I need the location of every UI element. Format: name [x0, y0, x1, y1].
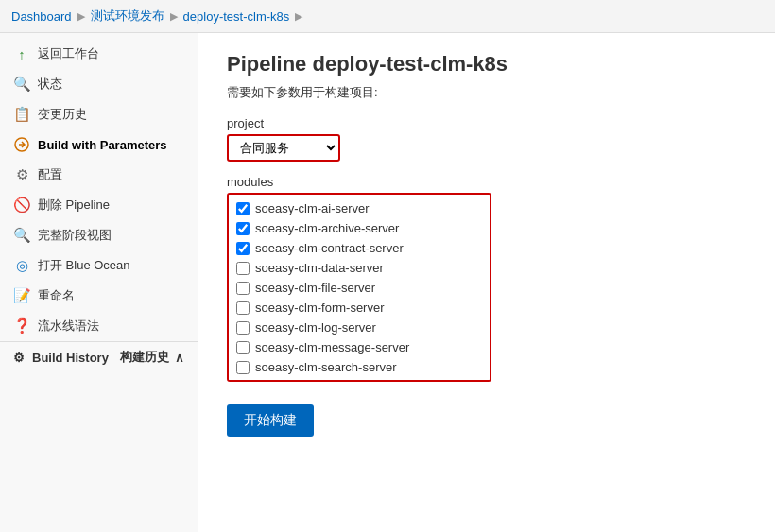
sidebar-label-pipeline-syntax: 流水线语法	[38, 317, 99, 335]
search-icon-status: 🔍	[13, 76, 30, 93]
build-params-icon	[13, 136, 30, 153]
breadcrumb-sep-2: ▶	[170, 10, 178, 23]
module-name-0: soeasy-clm-ai-server	[255, 201, 370, 215]
sidebar-item-back-workspace[interactable]: ↑ 返回工作台	[0, 39, 198, 69]
sidebar-label-blue-ocean: 打开 Blue Ocean	[38, 257, 130, 274]
module-checkbox-4[interactable]	[236, 282, 250, 295]
sidebar-label-full-stage: 完整阶段视图	[38, 227, 112, 244]
sidebar-label-rename: 重命名	[38, 287, 75, 304]
project-label: project	[227, 116, 747, 130]
module-checkbox-3[interactable]	[236, 262, 250, 275]
module-item: soeasy-clm-contract-server	[229, 238, 490, 258]
module-item: soeasy-clm-search-server	[229, 357, 490, 377]
gear-icon: ⚙	[13, 166, 30, 183]
build-button[interactable]: 开始构建	[227, 404, 314, 437]
module-item: soeasy-clm-ai-server	[229, 198, 490, 218]
sidebar-item-build-with-params[interactable]: Build with Parameters	[0, 129, 198, 160]
module-checkbox-7[interactable]	[236, 341, 250, 354]
sidebar: ↑ 返回工作台 🔍 状态 📋 变更历史 Build with Parameter…	[0, 33, 198, 532]
back-icon: ↑	[13, 45, 30, 62]
modules-form-group: modules soeasy-clm-ai-serversoeasy-clm-a…	[227, 175, 747, 382]
breadcrumb: Dashboard ▶ 测试环境发布 ▶ deploy-test-clm-k8s…	[0, 0, 775, 33]
sidebar-item-rename[interactable]: 📝 重命名	[0, 281, 198, 311]
sidebar-item-delete-pipeline[interactable]: 🚫 删除 Pipeline	[0, 190, 198, 220]
main-layout: ↑ 返回工作台 🔍 状态 📋 变更历史 Build with Parameter…	[0, 33, 775, 532]
sidebar-label-config: 配置	[38, 166, 62, 183]
module-checkbox-5[interactable]	[236, 301, 250, 315]
module-checkbox-8[interactable]	[236, 361, 250, 374]
module-item: soeasy-clm-archive-server	[229, 218, 490, 238]
module-checkbox-2[interactable]	[236, 242, 250, 255]
clipboard-icon: 📋	[13, 106, 30, 123]
sidebar-item-change-history[interactable]: 📋 变更历史	[0, 99, 198, 129]
breadcrumb-sep-3: ▶	[295, 10, 302, 23]
module-name-2: soeasy-clm-contract-server	[255, 241, 404, 255]
sidebar-label-build-with-params: Build with Parameters	[38, 138, 167, 152]
breadcrumb-dashboard[interactable]: Dashboard	[11, 9, 72, 24]
module-checkbox-6[interactable]	[236, 321, 250, 335]
module-name-1: soeasy-clm-archive-server	[255, 221, 399, 235]
module-name-8: soeasy-clm-search-server	[255, 360, 397, 374]
module-name-4: soeasy-clm-file-server	[255, 281, 375, 295]
module-item: soeasy-clm-form-server	[229, 298, 490, 317]
module-name-6: soeasy-clm-log-server	[255, 320, 376, 335]
blue-ocean-icon: ◎	[13, 257, 30, 274]
breadcrumb-pipeline[interactable]: deploy-test-clm-k8s	[183, 9, 290, 24]
module-item: soeasy-clm-file-server	[229, 278, 490, 298]
page-subtitle: 需要如下参数用于构建项目:	[227, 84, 747, 101]
sidebar-footer-build-history[interactable]: ⚙ Build History 构建历史 ∧	[0, 341, 198, 372]
chevron-up-icon: ∧	[175, 351, 184, 365]
sidebar-label-status: 状态	[38, 76, 62, 93]
module-checkbox-0[interactable]	[236, 202, 250, 215]
module-item: soeasy-clm-data-server	[229, 258, 490, 278]
page-title: Pipeline deploy-test-clm-k8s	[227, 52, 747, 77]
sidebar-item-pipeline-syntax[interactable]: ❓ 流水线语法	[0, 311, 198, 341]
build-history-cn-label: 构建历史	[120, 349, 169, 366]
sidebar-label-change-history: 变更历史	[38, 106, 87, 123]
help-icon: ❓	[13, 317, 30, 335]
project-select[interactable]: 合同服务 其他服务 核心服务	[227, 134, 340, 162]
module-name-3: soeasy-clm-data-server	[255, 261, 384, 275]
breadcrumb-sep-1: ▶	[78, 10, 85, 23]
build-history-label: Build History	[32, 351, 109, 365]
gear-icon-footer: ⚙	[13, 351, 25, 365]
sidebar-item-full-stage-view[interactable]: 🔍 完整阶段视图	[0, 220, 198, 250]
project-form-group: project 合同服务 其他服务 核心服务	[227, 116, 747, 162]
breadcrumb-env[interactable]: 测试环境发布	[91, 8, 164, 25]
module-item: soeasy-clm-message-server	[229, 337, 490, 357]
search-icon-stage: 🔍	[13, 227, 30, 244]
sidebar-item-open-blue-ocean[interactable]: ◎ 打开 Blue Ocean	[0, 250, 198, 281]
sidebar-item-status[interactable]: 🔍 状态	[0, 69, 198, 99]
sidebar-label-back: 返回工作台	[38, 45, 99, 62]
rename-icon: 📝	[13, 287, 30, 304]
modules-list[interactable]: soeasy-clm-ai-serversoeasy-clm-archive-s…	[227, 193, 491, 382]
module-item: soeasy-clm-log-server	[229, 317, 490, 337]
delete-icon: 🚫	[13, 197, 30, 214]
modules-label: modules	[227, 175, 747, 189]
sidebar-label-delete: 删除 Pipeline	[38, 197, 110, 214]
sidebar-item-config[interactable]: ⚙ 配置	[0, 160, 198, 190]
module-name-7: soeasy-clm-message-server	[255, 340, 409, 354]
module-name-5: soeasy-clm-form-server	[255, 300, 385, 315]
main-content: Pipeline deploy-test-clm-k8s 需要如下参数用于构建项…	[198, 33, 775, 532]
module-checkbox-1[interactable]	[236, 222, 250, 235]
